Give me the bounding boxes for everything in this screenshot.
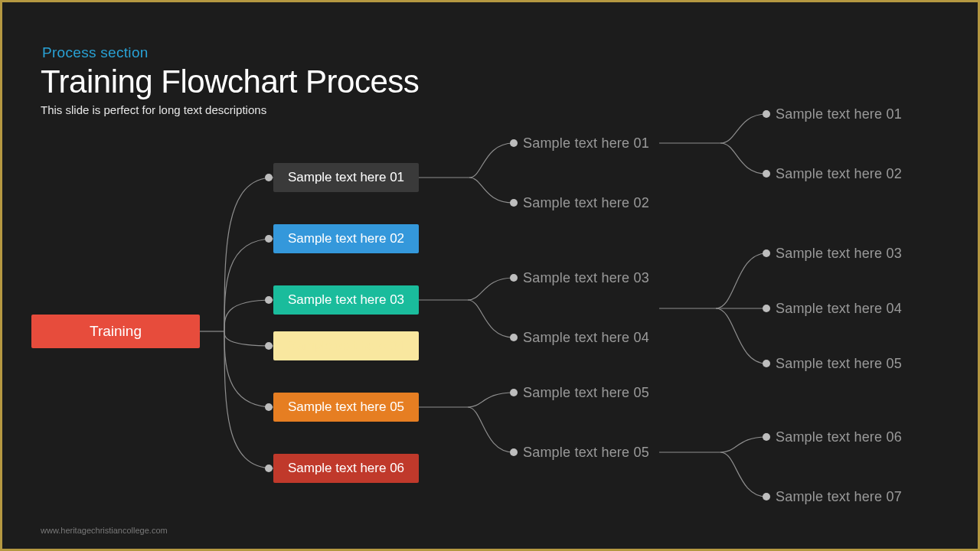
- l3-b-item-1: Sample text here 03: [776, 246, 902, 262]
- l2-a-item-2: Sample text here 02: [523, 195, 649, 211]
- l2-b-item-2: Sample text here 04: [523, 330, 649, 346]
- svg-point-9: [265, 296, 273, 304]
- level1-box-5: Sample text here 05: [273, 393, 419, 422]
- svg-point-16: [510, 334, 518, 341]
- l3-a-item-1: Sample text here 01: [776, 106, 902, 122]
- svg-point-24: [763, 433, 770, 441]
- svg-point-17: [510, 389, 518, 396]
- level1-box-4: Sample text here 04: [273, 331, 419, 360]
- svg-point-23: [763, 360, 770, 367]
- svg-point-10: [265, 342, 273, 350]
- l3-a-item-2: Sample text here 02: [776, 166, 902, 182]
- l3-c-item-2: Sample text here 07: [776, 489, 902, 505]
- flowchart-stage: Training Sample text here 01 Sample text…: [2, 2, 978, 549]
- footer-credit: www.heritagechristiancollege.com: [41, 526, 168, 535]
- svg-point-19: [763, 110, 770, 118]
- l3-b-item-2: Sample text here 04: [776, 301, 902, 317]
- svg-point-22: [763, 305, 770, 312]
- svg-point-7: [265, 174, 273, 181]
- level1-box-2: Sample text here 02: [273, 224, 419, 253]
- svg-point-13: [510, 139, 518, 147]
- l2-b-item-1: Sample text here 03: [523, 270, 649, 286]
- l3-c-item-1: Sample text here 06: [776, 429, 902, 445]
- root-node: Training: [31, 315, 200, 348]
- l2-c-item-2: Sample text here 05: [523, 445, 649, 461]
- l3-b-item-3: Sample text here 05: [776, 356, 902, 372]
- svg-point-8: [265, 235, 273, 243]
- svg-point-21: [763, 249, 770, 257]
- svg-point-11: [265, 403, 273, 411]
- svg-point-14: [510, 199, 518, 207]
- l2-c-item-1: Sample text here 05: [523, 385, 649, 401]
- slide-frame: Process section Training Flowchart Proce…: [0, 0, 980, 551]
- level1-box-3: Sample text here 03: [273, 285, 419, 315]
- connectors: [2, 2, 978, 549]
- svg-point-20: [763, 170, 770, 178]
- svg-point-12: [265, 465, 273, 472]
- svg-point-25: [763, 493, 770, 500]
- level1-box-1: Sample text here 01: [273, 163, 419, 192]
- svg-point-15: [510, 274, 518, 282]
- level1-box-6: Sample text here 06: [273, 454, 419, 483]
- l2-a-item-1: Sample text here 01: [523, 135, 649, 152]
- svg-point-18: [510, 448, 518, 456]
